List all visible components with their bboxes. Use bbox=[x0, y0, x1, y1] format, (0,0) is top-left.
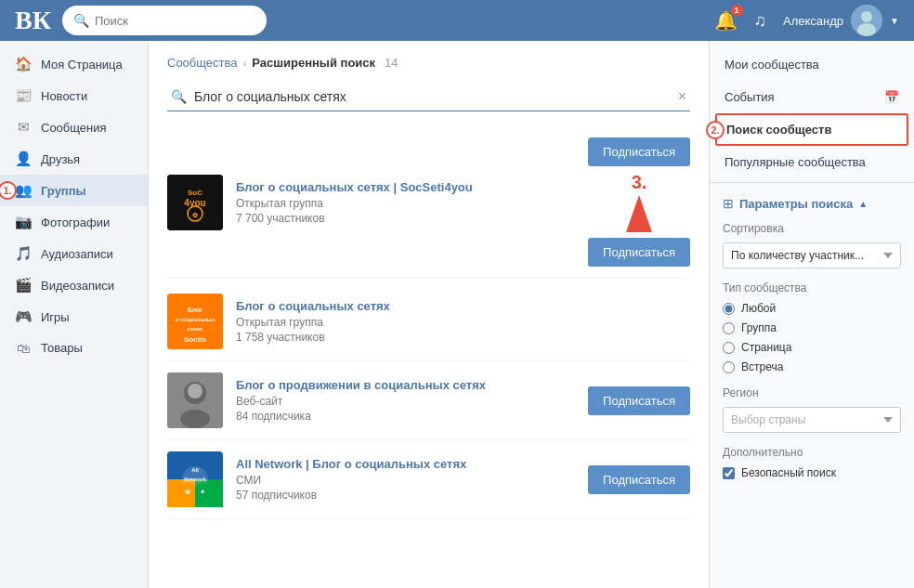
news-icon: 📰 bbox=[15, 87, 32, 104]
photos-icon: 📷 bbox=[15, 214, 32, 230]
result-count: 14 bbox=[385, 56, 398, 70]
games-icon: 🎮 bbox=[15, 308, 32, 325]
friends-icon: 👤 bbox=[15, 150, 32, 167]
layout: 🏠 Моя Страница 📰 Новости ✉ Сообщения 👤 Д… bbox=[0, 41, 914, 588]
sidebar: 🏠 Моя Страница 📰 Новости ✉ Сообщения 👤 Д… bbox=[0, 41, 149, 588]
group-members-1: 7 700 участников bbox=[236, 212, 575, 225]
sidebar-item-photos[interactable]: 📷 Фотографии bbox=[0, 206, 148, 238]
region-select[interactable]: Выбор страны bbox=[723, 407, 901, 433]
sidebar-item-mypage[interactable]: 🏠 Моя Страница bbox=[0, 48, 148, 80]
annotation-3: 3. bbox=[626, 172, 652, 232]
type-page-label: Страница bbox=[741, 341, 791, 354]
sidebar-label-mypage: Моя Страница bbox=[41, 58, 123, 72]
type-radio-group[interactable]: Группа bbox=[723, 321, 901, 334]
subscribe-button-1[interactable]: Подписаться bbox=[588, 137, 690, 166]
sort-section: Сортировка По количеству участник... bbox=[723, 222, 901, 268]
filter-icon: ⊞ bbox=[723, 196, 734, 211]
svg-text:✦: ✦ bbox=[200, 489, 205, 495]
header: ВК 🔍 🔔 1 ♫ Александр ▼ bbox=[0, 0, 914, 41]
group-members-4: 57 подписчиков bbox=[236, 489, 575, 502]
group-name-4[interactable]: All Network | Блог о социальных сетях bbox=[236, 457, 575, 471]
music-icon[interactable]: ♫ bbox=[754, 11, 767, 31]
breadcrumb-current: Расширенный поиск bbox=[252, 56, 375, 70]
user-name: Александр bbox=[783, 14, 843, 28]
right-menu-events[interactable]: События 📅 bbox=[710, 81, 914, 113]
events-label: События bbox=[725, 90, 775, 104]
search-icon: 🔍 bbox=[73, 13, 89, 28]
sidebar-item-messages[interactable]: ✉ Сообщения bbox=[0, 111, 148, 143]
sort-select[interactable]: По количеству участник... bbox=[723, 242, 901, 268]
group-name-1[interactable]: Блог о социальных сетях | SocSeti4you bbox=[236, 180, 575, 194]
sidebar-item-friends[interactable]: 👤 Друзья bbox=[0, 143, 148, 175]
sidebar-item-news[interactable]: 📰 Новости bbox=[0, 80, 148, 111]
svg-text:✿: ✿ bbox=[192, 212, 198, 218]
type-event-label: Встреча bbox=[741, 360, 783, 373]
svg-point-2 bbox=[857, 23, 876, 36]
type-any-label: Любой bbox=[741, 302, 776, 315]
svg-text:Network: Network bbox=[184, 477, 206, 482]
safe-search-checkbox[interactable]: Безопасный поиск bbox=[723, 466, 901, 479]
type-radio-any[interactable]: Любой bbox=[723, 302, 901, 315]
type-radio-event[interactable]: Встреча bbox=[723, 360, 901, 373]
params-header[interactable]: ⊞ Параметры поиска ▲ bbox=[723, 196, 901, 211]
group-avatar-4: All Network ✿ ✦ bbox=[167, 451, 223, 507]
sort-label: Сортировка bbox=[723, 222, 901, 235]
audio-icon: 🎵 bbox=[15, 245, 32, 262]
sidebar-item-audio[interactable]: 🎵 Аудиозаписи bbox=[0, 238, 148, 269]
breadcrumb-separator-icon: › bbox=[243, 58, 247, 69]
extra-section: Дополнительно Безопасный поиск bbox=[723, 446, 901, 479]
header-icons: 🔔 1 ♫ Александр ▼ bbox=[714, 5, 899, 36]
svg-text:Soctis: Soctis bbox=[184, 335, 207, 344]
params-label: Параметры поиска bbox=[739, 197, 853, 211]
subscribe-button-4[interactable]: Подписаться bbox=[588, 465, 690, 494]
group-item-2: Блог о социальных сетях Soctis Блог о со… bbox=[167, 282, 690, 361]
sidebar-label-news: Новости bbox=[41, 89, 87, 103]
right-panel: Мои сообщества События 📅 2. Поиск сообще… bbox=[710, 41, 914, 588]
sidebar-label-market: Товары bbox=[41, 341, 83, 355]
sidebar-item-video[interactable]: 🎬 Видеозаписи bbox=[0, 269, 148, 301]
divider bbox=[710, 182, 914, 183]
breadcrumb-parent-link[interactable]: Сообщества bbox=[167, 56, 238, 70]
right-menu-my-communities[interactable]: Мои сообщества bbox=[710, 48, 914, 81]
user-caret-icon: ▼ bbox=[890, 16, 899, 26]
annotation-3-label: 3. bbox=[632, 172, 647, 193]
svg-text:о социальных: о социальных bbox=[176, 317, 215, 322]
community-search-input[interactable] bbox=[194, 89, 671, 104]
red-arrow-icon bbox=[626, 195, 652, 232]
safe-search-input[interactable] bbox=[723, 467, 735, 479]
safe-search-label: Безопасный поиск bbox=[741, 466, 836, 479]
vk-logo[interactable]: ВК bbox=[15, 6, 51, 35]
sidebar-item-groups[interactable]: 1. 👥 Группы bbox=[0, 175, 148, 206]
group-type-2: Открытая группа bbox=[236, 316, 690, 329]
header-search-input[interactable] bbox=[95, 14, 255, 28]
subscribe-button-3[interactable]: Подписаться bbox=[588, 386, 690, 415]
group-type-1: Открытая группа bbox=[236, 197, 575, 210]
groups-icon: 👥 bbox=[15, 182, 32, 199]
group-item-3: Блог о продвижении в социальных сетях Ве… bbox=[167, 361, 690, 440]
main-content: Сообщества › Расширенный поиск 14 🔍 × So… bbox=[149, 41, 710, 588]
type-group-label: Группа bbox=[741, 321, 777, 334]
search-clear-icon[interactable]: × bbox=[678, 88, 686, 105]
subscribe-button-2[interactable]: Подписаться bbox=[588, 238, 690, 267]
right-menu-search[interactable]: 2. Поиск сообществ bbox=[715, 113, 908, 146]
sidebar-item-games[interactable]: 🎮 Игры bbox=[0, 301, 148, 333]
group-info-2: Блог о социальных сетях Открытая группа … bbox=[236, 299, 690, 344]
right-menu-popular[interactable]: Популярные сообщества bbox=[710, 146, 914, 178]
header-search-box: 🔍 bbox=[62, 6, 267, 35]
messages-icon: ✉ bbox=[15, 119, 32, 136]
svg-text:сетях: сетях bbox=[188, 326, 203, 332]
group-name-3[interactable]: Блог о продвижении в социальных сетях bbox=[236, 378, 575, 392]
region-section: Регион Выбор страны bbox=[723, 386, 901, 433]
type-radio-page[interactable]: Страница bbox=[723, 341, 901, 354]
notification-icon[interactable]: 🔔 1 bbox=[714, 9, 738, 32]
sidebar-item-market[interactable]: 🛍 Товары bbox=[0, 333, 148, 363]
group-name-2[interactable]: Блог о социальных сетях bbox=[236, 299, 690, 313]
video-icon: 🎬 bbox=[15, 277, 32, 294]
group-avatar-2: Блог о социальных сетях Soctis bbox=[167, 294, 223, 349]
user-area[interactable]: Александр ▼ bbox=[783, 5, 899, 36]
region-label: Регион bbox=[723, 386, 901, 399]
home-icon: 🏠 bbox=[15, 56, 32, 72]
search-params: ⊞ Параметры поиска ▲ Сортировка По колич… bbox=[710, 187, 914, 502]
breadcrumb: Сообщества › Расширенный поиск 14 bbox=[167, 56, 690, 70]
svg-point-15 bbox=[180, 410, 210, 428]
